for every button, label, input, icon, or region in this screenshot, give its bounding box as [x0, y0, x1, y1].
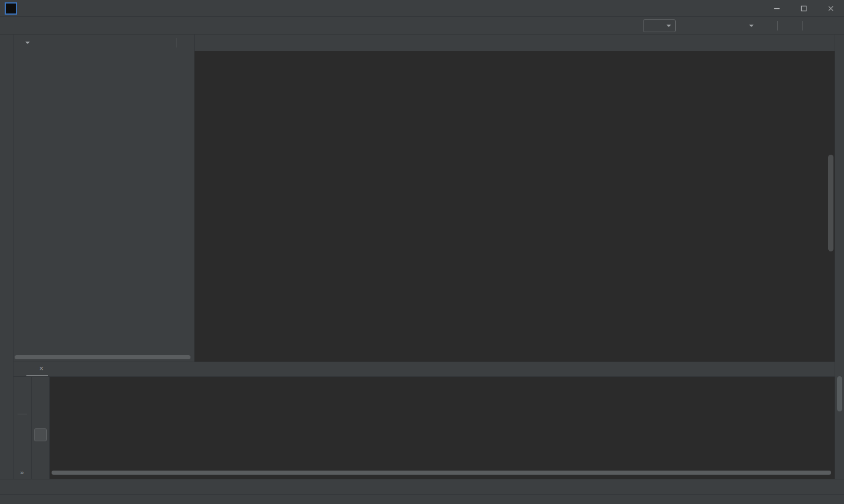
console-output[interactable]	[50, 377, 835, 479]
run-console-tab[interactable]: ×	[26, 362, 48, 376]
wrench-icon[interactable]	[16, 397, 28, 408]
run-tool-window: × »	[13, 362, 835, 479]
ide-window: × »	[0, 0, 844, 504]
profiler-button[interactable]	[732, 20, 744, 32]
project-structure-button[interactable]	[784, 20, 796, 32]
editor-vertical-scrollbar[interactable]	[828, 155, 833, 251]
console-vertical-scrollbar[interactable]	[837, 376, 842, 411]
bottom-tool-stripe	[0, 479, 844, 494]
left-tool-stripe	[0, 35, 13, 479]
toolbar-divider	[777, 21, 778, 30]
rerun-button[interactable]	[16, 381, 28, 393]
status-bar	[0, 494, 844, 504]
main-area	[13, 35, 835, 362]
soft-wrap-icon[interactable]	[35, 413, 46, 424]
run-button[interactable]	[681, 20, 693, 32]
project-horizontal-scrollbar[interactable]	[15, 355, 190, 359]
screenshot-icon[interactable]	[16, 435, 28, 447]
profiler-chevron-icon[interactable]	[749, 25, 754, 27]
app-logo-icon	[5, 2, 17, 15]
editor-area	[195, 35, 835, 362]
run-config-selector[interactable]	[643, 19, 676, 32]
project-panel-actions	[157, 38, 189, 47]
window-controls	[763, 0, 844, 16]
maximize-icon	[800, 5, 808, 12]
run-panel-body: »	[13, 377, 835, 479]
scroll-to-end-icon[interactable]	[34, 428, 47, 441]
code-editor[interactable]	[195, 51, 835, 362]
navigation-toolbar	[0, 17, 844, 35]
center-area: × »	[13, 35, 835, 479]
app-monitor-icon	[648, 20, 659, 32]
search-everywhere-button[interactable]	[826, 20, 838, 32]
run-toolbar	[626, 19, 838, 32]
chevron-down-icon	[666, 25, 671, 27]
close-icon	[827, 5, 835, 12]
print-icon[interactable]	[35, 445, 46, 457]
debug-button[interactable]	[698, 20, 710, 32]
run-anything-button[interactable]	[809, 20, 821, 32]
divider	[18, 414, 27, 414]
project-panel-title[interactable]	[18, 42, 30, 44]
project-panel	[13, 35, 195, 362]
close-icon[interactable]: ×	[39, 365, 43, 373]
stop-button	[16, 420, 28, 431]
maximize-window-icon[interactable]	[790, 0, 817, 16]
divider	[176, 38, 176, 47]
down-stack-trace-icon[interactable]	[35, 397, 46, 408]
minimize-window-icon[interactable]	[763, 0, 790, 16]
project-panel-header	[13, 35, 194, 51]
workspace: × »	[0, 35, 844, 479]
restore-layout-icon	[16, 451, 28, 463]
up-stack-trace-icon[interactable]	[35, 381, 46, 393]
clear-console-icon[interactable]	[35, 461, 46, 473]
build-hammer-icon[interactable]	[626, 20, 638, 32]
run-toolbar-column-2	[32, 377, 50, 479]
more-actions-icon[interactable]: »	[20, 469, 24, 476]
right-tool-stripe	[835, 35, 844, 479]
console-horizontal-scrollbar[interactable]	[52, 471, 831, 475]
run-panel-header: ×	[13, 362, 835, 377]
title-bar	[0, 0, 844, 17]
run-toolbar-column-1: »	[13, 377, 32, 479]
stop-button	[759, 20, 771, 32]
close-window-icon[interactable]	[817, 0, 844, 16]
project-tree	[13, 51, 194, 362]
minimize-icon	[773, 5, 781, 12]
editor-tab-bar	[195, 35, 835, 51]
toolbar-divider	[802, 21, 803, 30]
chevron-down-icon	[25, 42, 30, 44]
coverage-button[interactable]	[715, 20, 727, 32]
